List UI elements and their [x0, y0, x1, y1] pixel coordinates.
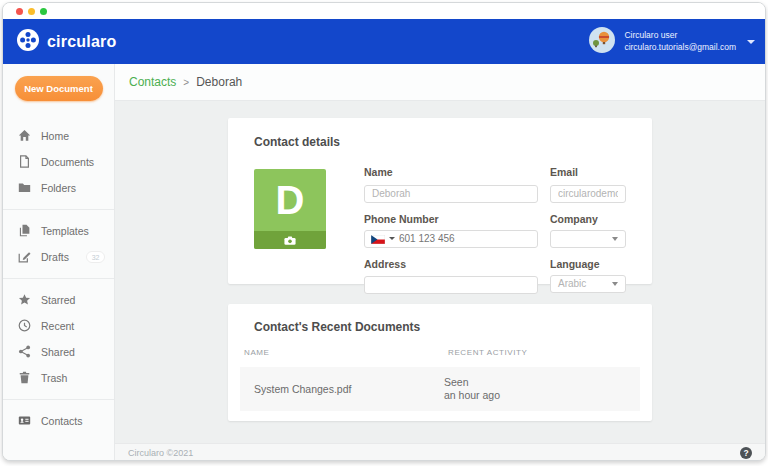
document-activity: Seen an hour ago [444, 376, 500, 402]
sidebar-item-label: Contacts [41, 415, 82, 427]
sidebar-item-starred[interactable]: Starred [3, 287, 114, 313]
address-field-group: Address [364, 258, 538, 295]
sidebar-item-label: Recent [41, 320, 74, 332]
circularo-logo-icon [17, 29, 39, 55]
brand-name: circularo [47, 33, 116, 51]
language-value: Arabic [558, 278, 612, 289]
main-area: Contacts > Deborah Contact details D [115, 64, 765, 461]
contacts-icon [18, 414, 31, 429]
address-label: Address [364, 258, 538, 270]
folder-icon [18, 181, 31, 196]
sidebar-item-shared[interactable]: Shared [3, 339, 114, 365]
sidebar-divider [3, 278, 114, 279]
close-window-button[interactable] [16, 8, 23, 15]
new-document-button[interactable]: New Document [15, 76, 103, 101]
address-field[interactable] [364, 276, 538, 294]
phone-field[interactable] [364, 230, 538, 248]
clock-icon [18, 319, 31, 334]
contact-details-title: Contact details [254, 135, 626, 149]
drafts-icon [18, 250, 31, 265]
window-titlebar [3, 3, 765, 19]
camera-icon [284, 231, 296, 249]
user-name: Circularo user [624, 30, 736, 41]
recent-documents-title: Contact's Recent Documents [228, 320, 652, 334]
activity-time: an hour ago [444, 389, 500, 402]
page-content: Contact details D Name [115, 101, 765, 443]
user-info: Circularo user circularo.tutorials@gmail… [624, 30, 736, 52]
sidebar-item-templates[interactable]: Templates [3, 218, 114, 244]
document-icon [18, 155, 31, 170]
table-header: NAME RECENT ACTIVITY [228, 334, 652, 367]
phone-label: Phone Number [364, 213, 538, 225]
language-select[interactable]: Arabic [550, 275, 626, 293]
user-menu[interactable]: Circularo user circularo.tutorials@gmail… [589, 27, 755, 57]
sidebar-item-documents[interactable]: Documents [3, 149, 114, 175]
breadcrumb-contacts-link[interactable]: Contacts [129, 75, 176, 89]
sidebar-item-label: Drafts [41, 251, 69, 263]
app-header: circularo Circularo user [3, 19, 765, 64]
help-button[interactable]: ? [740, 447, 752, 459]
brand-logo[interactable]: circularo [17, 29, 116, 55]
chevron-down-icon [747, 40, 755, 44]
flag-dropdown-caret-icon [389, 237, 395, 240]
company-select[interactable] [550, 230, 626, 248]
sidebar-nav: Home Documents Folders Templates [3, 123, 114, 434]
sidebar-item-label: Home [41, 130, 69, 142]
name-label: Name [364, 166, 538, 178]
star-icon [18, 293, 31, 308]
minimize-window-button[interactable] [28, 8, 35, 15]
contact-form: Name Email Phone Number [364, 166, 626, 294]
email-field-group: Email [550, 166, 626, 203]
sidebar-item-recent[interactable]: Recent [3, 313, 114, 339]
language-field-group: Language Arabic [550, 258, 626, 295]
contact-avatar-letter: D [254, 169, 326, 231]
sidebar-item-folders[interactable]: Folders [3, 175, 114, 201]
sidebar-item-label: Templates [41, 225, 89, 237]
name-field[interactable] [364, 185, 538, 203]
contact-avatar[interactable]: D [254, 169, 326, 249]
phone-field-group: Phone Number [364, 213, 538, 248]
app-body: New Document Home Documents Folders [3, 64, 765, 461]
user-avatar [589, 27, 615, 57]
avatar-camera-strip[interactable] [254, 231, 326, 249]
breadcrumb-separator: > [183, 77, 189, 88]
sidebar: New Document Home Documents Folders [3, 64, 115, 461]
company-label: Company [550, 213, 626, 225]
sidebar-item-home[interactable]: Home [3, 123, 114, 149]
column-header-recent-activity: RECENT ACTIVITY [448, 348, 528, 357]
home-icon [18, 129, 31, 144]
footer: Circularo ©2021 ? [115, 443, 765, 461]
contact-details-card: Contact details D Name [228, 118, 652, 284]
table-row[interactable]: System Changes.pdf Seen an hour ago [240, 367, 640, 411]
language-label: Language [550, 258, 626, 270]
recent-documents-card: Contact's Recent Documents NAME RECENT A… [228, 304, 652, 421]
phone-input[interactable] [399, 233, 531, 244]
drafts-count-badge: 32 [86, 251, 105, 263]
sidebar-item-label: Shared [41, 346, 75, 358]
document-name: System Changes.pdf [240, 383, 444, 395]
sidebar-item-label: Documents [41, 156, 94, 168]
app-window: circularo Circularo user [2, 2, 766, 461]
copyright-text: Circularo ©2021 [128, 448, 193, 458]
sidebar-item-label: Starred [41, 294, 75, 306]
czech-flag-icon[interactable] [371, 230, 385, 248]
chevron-down-icon [612, 282, 618, 286]
email-field[interactable] [550, 185, 626, 203]
sidebar-divider [3, 209, 114, 210]
sidebar-divider [3, 399, 114, 400]
sidebar-item-contacts[interactable]: Contacts [3, 408, 114, 434]
breadcrumb-current: Deborah [196, 75, 242, 89]
column-header-name: NAME [244, 348, 448, 357]
breadcrumb: Contacts > Deborah [115, 64, 765, 101]
sidebar-item-drafts[interactable]: Drafts 32 [3, 244, 114, 270]
sidebar-item-label: Trash [41, 372, 67, 384]
maximize-window-button[interactable] [40, 8, 47, 15]
sidebar-item-trash[interactable]: Trash [3, 365, 114, 391]
templates-icon [18, 224, 31, 239]
company-field-group: Company [550, 213, 626, 248]
email-label: Email [550, 166, 626, 178]
name-field-group: Name [364, 166, 538, 203]
share-icon [18, 345, 31, 360]
trash-icon [18, 371, 31, 386]
activity-status: Seen [444, 376, 500, 389]
